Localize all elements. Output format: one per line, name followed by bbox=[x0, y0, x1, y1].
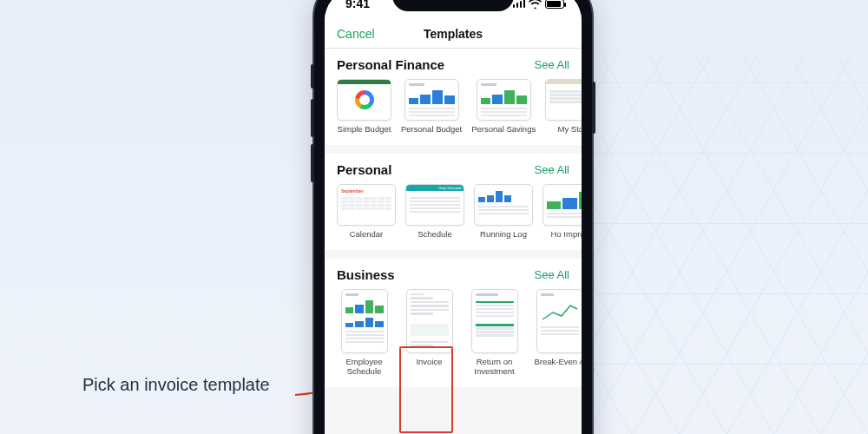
see-all-button[interactable]: See All bbox=[535, 268, 569, 281]
template-label: Return on Investment bbox=[467, 358, 522, 377]
cancel-button[interactable]: Cancel bbox=[337, 27, 375, 41]
template-personal-budget[interactable]: Personal Budget bbox=[401, 79, 462, 135]
signal-icon bbox=[513, 0, 526, 8]
template-personal-savings[interactable]: Personal Savings bbox=[471, 79, 536, 135]
side-button bbox=[311, 64, 314, 89]
status-time: 9:41 bbox=[345, 0, 370, 10]
wifi-icon bbox=[529, 0, 542, 9]
annotation-text: Pick an invoice template bbox=[82, 375, 270, 395]
see-all-button[interactable]: See All bbox=[535, 163, 569, 176]
section-personal-finance: Personal Finance See All Simple Budget P… bbox=[325, 49, 582, 145]
nav-bar: Cancel Templates bbox=[325, 19, 582, 49]
template-simple-budget[interactable]: Simple Budget bbox=[337, 79, 391, 135]
battery-icon bbox=[545, 0, 564, 9]
template-my-stocks[interactable]: My Stoc bbox=[545, 79, 582, 135]
side-button bbox=[311, 144, 314, 182]
template-label: Invoice bbox=[416, 358, 442, 367]
template-label: Calendar bbox=[350, 230, 384, 240]
template-label: Running Log bbox=[480, 230, 527, 240]
template-label: My Stoc bbox=[558, 125, 582, 135]
template-employee-schedule[interactable]: Employee Schedule bbox=[337, 289, 391, 377]
template-label: Break-Even A bbox=[534, 358, 582, 367]
notch bbox=[392, 0, 514, 11]
template-running-log[interactable]: Running Log bbox=[474, 184, 533, 240]
template-label: Personal Savings bbox=[471, 125, 536, 135]
template-schedule[interactable]: Daily Schedule Schedule bbox=[405, 184, 464, 240]
template-label: Simple Budget bbox=[338, 125, 391, 135]
section-personal: Personal See All September Calendar Dail… bbox=[325, 154, 582, 250]
template-calendar[interactable]: September Calendar bbox=[337, 184, 396, 240]
side-button bbox=[311, 99, 314, 137]
template-label: Personal Budget bbox=[401, 125, 462, 135]
section-title: Personal bbox=[337, 162, 391, 177]
template-return-on-investment[interactable]: Return on Investment bbox=[467, 289, 522, 377]
template-home-improvement[interactable]: Ho Improv bbox=[542, 184, 582, 240]
template-invoice[interactable]: Invoice bbox=[402, 289, 457, 377]
section-business: Business See All Employee Schedule Invoi… bbox=[325, 259, 582, 387]
page-title: Templates bbox=[424, 27, 483, 41]
section-title: Personal Finance bbox=[337, 57, 444, 72]
see-all-button[interactable]: See All bbox=[535, 58, 569, 71]
templates-content[interactable]: Personal Finance See All Simple Budget P… bbox=[325, 49, 582, 434]
template-label: Ho Improv bbox=[551, 230, 582, 240]
side-button bbox=[592, 82, 595, 134]
template-label: Schedule bbox=[418, 230, 452, 240]
template-label: Employee Schedule bbox=[337, 358, 391, 377]
template-break-even[interactable]: Break-Even A bbox=[532, 289, 582, 377]
section-title: Business bbox=[337, 267, 395, 282]
phone-mock: 9:41 Cancel Templates Personal Finance S… bbox=[312, 0, 594, 434]
